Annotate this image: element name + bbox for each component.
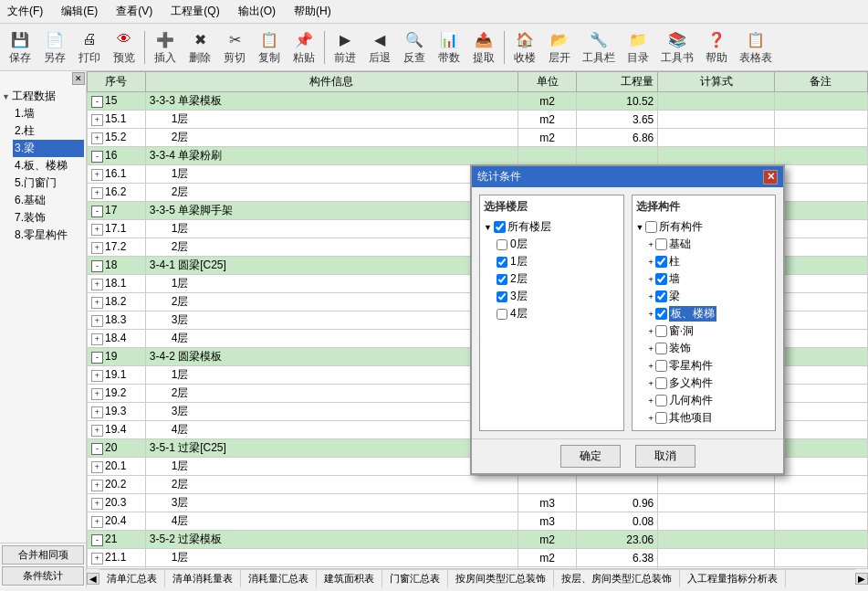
sidebar-item-decor[interactable]: 7.装饰: [13, 209, 84, 227]
menu-quantity[interactable]: 工程量(Q): [167, 2, 223, 21]
tableview-button[interactable]: 📋表格表: [735, 26, 777, 69]
row-expand-icon[interactable]: -: [91, 534, 103, 546]
bottom-tab-4[interactable]: 门窗汇总表: [382, 570, 448, 587]
comp-checkbox-5[interactable]: [655, 325, 667, 337]
sidebar-item-wall[interactable]: 1.墙: [13, 105, 84, 122]
table-row[interactable]: +21.1 1层 m2 6.38: [88, 549, 868, 567]
reverse-button[interactable]: 🔍反查: [398, 26, 431, 69]
catalog-button[interactable]: 📁目录: [622, 26, 654, 69]
comp-expand-icon-4[interactable]: +: [649, 310, 654, 319]
floor-all-checkbox[interactable]: [494, 221, 506, 233]
floor-checkbox-1[interactable]: [497, 257, 507, 268]
table-row[interactable]: +20.2 2层: [88, 476, 868, 494]
comp-checkbox-4[interactable]: [655, 308, 667, 320]
bottom-tab-0[interactable]: 清单汇总表: [99, 570, 165, 587]
insert-button[interactable]: ➕插入: [149, 26, 182, 69]
back-button[interactable]: ◀后退: [363, 26, 396, 69]
comp-expand-icon-0[interactable]: +: [649, 240, 654, 249]
comp-checkbox-8[interactable]: [655, 377, 667, 389]
menu-view[interactable]: 查看(V): [112, 2, 156, 21]
saveas-button[interactable]: 📄另存: [38, 26, 71, 69]
component-expand-icon[interactable]: ▼: [636, 223, 644, 232]
component-all-checkbox[interactable]: [645, 221, 657, 233]
condition-stat-button[interactable]: 条件统计: [2, 566, 84, 586]
comp-expand-icon-9[interactable]: +: [649, 396, 654, 406]
sidebar-item-beam[interactable]: 3.梁: [13, 140, 84, 157]
menu-file[interactable]: 文件(F): [4, 2, 47, 21]
print-button[interactable]: 🖨打印: [73, 26, 106, 69]
row-expand-icon[interactable]: -: [91, 206, 103, 217]
row-expand-icon[interactable]: -: [91, 260, 103, 272]
modal-confirm-button[interactable]: 确定: [560, 445, 621, 468]
comp-expand-icon-7[interactable]: +: [649, 362, 654, 371]
sidebar-item-misc[interactable]: 8.零星构件: [13, 227, 84, 244]
comp-expand-icon-5[interactable]: +: [649, 327, 654, 336]
floor-checkbox-3[interactable]: [497, 291, 507, 302]
toolbar-button[interactable]: 🔧工具栏: [578, 26, 620, 69]
tree-root-expand-icon[interactable]: ▼: [2, 92, 10, 101]
left-panel-close-button[interactable]: ✕: [72, 72, 85, 85]
comp-expand-icon-3[interactable]: +: [649, 292, 654, 301]
bottom-tab-5[interactable]: 按房间类型汇总装饰: [448, 570, 554, 587]
forward-button[interactable]: ▶前进: [329, 26, 361, 69]
merge-same-button[interactable]: 合并相同项: [2, 545, 84, 565]
menu-output[interactable]: 输出(O): [235, 2, 279, 21]
table-row[interactable]: +15.1 1层 m2 3.65: [88, 111, 868, 129]
floor-checkbox-2[interactable]: [497, 274, 507, 285]
preview-button[interactable]: 👁预览: [108, 26, 141, 69]
tabs-scroll-right[interactable]: ▶: [855, 573, 868, 585]
menu-edit[interactable]: 编辑(E): [58, 2, 101, 21]
modal-close-button[interactable]: ✕: [763, 170, 778, 185]
comp-checkbox-6[interactable]: [655, 343, 667, 354]
bottom-tab-6[interactable]: 按层、房间类型汇总装饰: [554, 570, 680, 587]
floor-expand-icon[interactable]: ▼: [484, 223, 492, 232]
comp-checkbox-10[interactable]: [655, 412, 667, 424]
floor-checkbox-0[interactable]: [497, 239, 507, 250]
comp-checkbox-2[interactable]: [655, 273, 667, 285]
comp-checkbox-0[interactable]: [655, 238, 667, 250]
table-row[interactable]: +15.2 2层 m2 6.86: [88, 129, 868, 147]
table-row[interactable]: -15 3-3-3 单梁模板 m2 10.52: [88, 92, 868, 111]
bottom-tab-1[interactable]: 清单消耗量表: [165, 570, 241, 587]
row-expand-icon[interactable]: -: [91, 96, 103, 108]
floor-checkbox-4[interactable]: [497, 309, 507, 320]
collapse-button[interactable]: 🏠收楼: [508, 26, 541, 69]
comp-expand-icon-10[interactable]: +: [649, 414, 654, 423]
helpbtn-button[interactable]: ❓帮助: [700, 26, 733, 69]
bottom-tab-7[interactable]: 入工程量指标分析表: [680, 570, 786, 587]
sidebar-item-foundation[interactable]: 6.基础: [13, 192, 84, 209]
sidebar-item-column[interactable]: 2.柱: [13, 122, 84, 140]
comp-expand-icon-8[interactable]: +: [649, 379, 654, 388]
cell-unit: m3: [518, 512, 577, 531]
comp-expand-icon-2[interactable]: +: [649, 275, 654, 284]
daishu-button[interactable]: 📊带数: [433, 26, 465, 69]
menu-help[interactable]: 帮助(H): [290, 2, 335, 21]
paste-button[interactable]: 📌粘贴: [288, 26, 320, 69]
sidebar-item-door[interactable]: 5.门窗门: [13, 174, 84, 192]
bottom-tab-2[interactable]: 消耗量汇总表: [241, 570, 317, 587]
comp-expand-icon-6[interactable]: +: [649, 344, 654, 354]
comp-checkbox-1[interactable]: [655, 256, 667, 268]
modal-cancel-button[interactable]: 取消: [635, 445, 695, 468]
bottom-tab-3[interactable]: 建筑面积表: [317, 570, 382, 587]
row-expand-icon[interactable]: -: [91, 151, 103, 163]
table-row[interactable]: -21 3-5-2 过梁模板 m2 23.06: [88, 531, 868, 549]
row-expand-icon[interactable]: -: [91, 443, 103, 455]
tabs-scroll-left[interactable]: ◀: [87, 573, 99, 585]
comp-checkbox-3[interactable]: [655, 290, 667, 302]
comp-checkbox-7[interactable]: [655, 360, 667, 372]
expand-button[interactable]: 📂层开: [543, 26, 576, 69]
comp-checkbox-9[interactable]: [655, 395, 667, 406]
delete-button[interactable]: ✖删除: [183, 26, 216, 69]
cut-button[interactable]: ✂剪切: [218, 26, 251, 69]
save-button[interactable]: 💾保存: [4, 26, 37, 69]
comp-expand-icon-1[interactable]: +: [649, 258, 654, 267]
table-row[interactable]: +20.4 4层 m3 0.08: [88, 512, 868, 531]
row-expand-icon[interactable]: -: [91, 352, 103, 364]
table-row[interactable]: +20.3 3层 m3 0.96: [88, 494, 868, 512]
extract-button[interactable]: 📤提取: [467, 26, 500, 69]
sidebar-item-slab[interactable]: 4.板、楼梯: [13, 157, 84, 174]
toolbook-button[interactable]: 📚工具书: [656, 26, 698, 69]
table-row[interactable]: -16 3-3-4 单梁粉刷: [88, 147, 868, 165]
copy-button[interactable]: 📋复制: [253, 26, 286, 69]
